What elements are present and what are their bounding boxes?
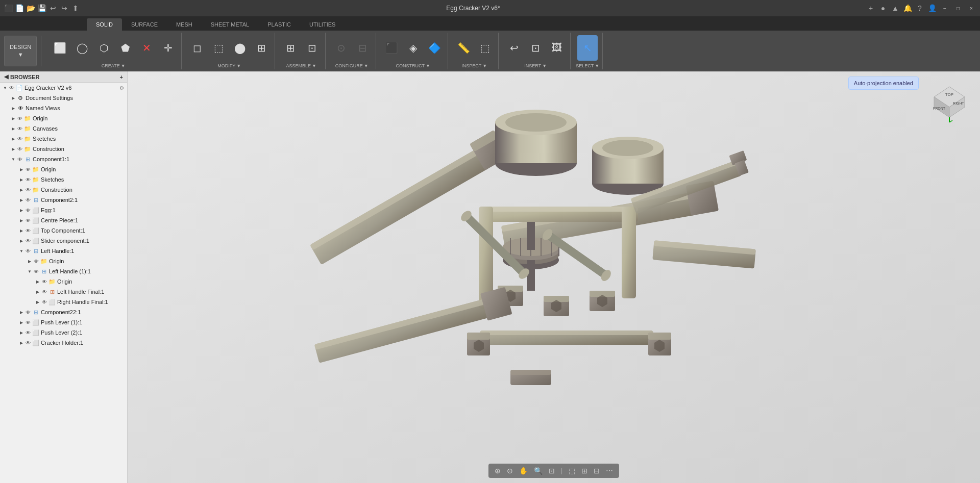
design-button[interactable]: DESIGN ▼ [4,36,37,66]
vp-zoom-tool[interactable]: 🔍 [532,466,545,476]
inspect-arrow-icon[interactable]: ▼ [482,63,487,68]
tree-item-left-handle-final[interactable]: 👁 ⊞ Left Handle Final:1 [0,287,127,297]
tree-item-push-lever-2[interactable]: 👁 ⬜ Push Lever (2):1 [0,327,127,338]
tree-arrow-left-handle[interactable] [18,248,24,254]
configure-arrow-icon[interactable]: ▼ [364,63,369,68]
tree-eye-top-component[interactable]: 👁 [24,227,32,234]
tree-item-c1-origin[interactable]: 👁 📁 Origin [0,164,127,174]
tree-eye-root[interactable]: 👁 [8,84,15,91]
modify-fillet-tool[interactable]: ◻ [187,35,207,61]
tree-item-component2[interactable]: 👁 ⊞ Component2:1 [0,195,127,205]
tree-eye-left-handle[interactable]: 👁 [24,247,32,255]
delete-tool[interactable]: ✕ [136,35,157,61]
tree-item-component22[interactable]: 👁 ⊞ Component22:1 [0,307,127,317]
tree-arrow-centre-piece[interactable] [18,217,24,223]
tab-plastic[interactable]: PLASTIC [258,18,300,31]
inspect-section-tool[interactable]: ⬚ [475,35,495,61]
create-move-tool[interactable]: ✛ [158,35,178,61]
modify-shell-tool[interactable]: ⬚ [208,35,229,61]
add-tab-icon[interactable]: + [867,4,875,12]
tree-arrow-named-views[interactable] [10,105,16,111]
tree-arrow-component1[interactable] [10,156,16,162]
browser-add-icon[interactable]: + [120,74,123,80]
tree-eye-c1-sketches[interactable]: 👁 [24,176,32,183]
tree-arrow-push-lever-1[interactable] [18,319,24,325]
construct-axis-tool[interactable]: ◈ [403,35,423,61]
tree-arrow-lh-comp[interactable] [27,268,33,274]
redo-icon[interactable]: ↪ [60,4,68,12]
tab-utilities[interactable]: UTILITIES [300,18,345,31]
tree-item-lh-origin[interactable]: 👁 📁 Origin [0,256,127,266]
account-icon[interactable]: ● [879,4,887,12]
tree-arrow-root[interactable] [2,85,8,91]
tree-item-right-handle-final[interactable]: 👁 ⬜ Right Handle Final:1 [0,297,127,307]
insert-decal-tool[interactable]: ⊡ [525,35,546,61]
vp-pan-tool[interactable]: ✋ [517,466,530,476]
tree-arrow-origin[interactable] [10,115,16,121]
tree-arrow-c1-origin[interactable] [18,166,24,172]
tree-arrow-component22[interactable] [18,309,24,315]
insert-canvas-tool[interactable]: 🖼 [547,35,567,61]
construct-arrow-icon[interactable]: ▼ [426,63,430,68]
viewport[interactable]: TOP FRONT RIGHT Auto-projection enabled … [128,71,980,483]
user-icon[interactable]: 👤 [928,4,936,12]
inspect-measure-tool[interactable]: 📏 [453,35,474,61]
tree-eye-left-handle-final[interactable]: 👁 [41,288,48,295]
tree-eye-lh-origin[interactable]: 👁 [33,258,40,265]
tree-item-component1[interactable]: 👁 ⊞ Component1:1 [0,154,127,164]
construct-point-tool[interactable]: 🔷 [424,35,445,61]
tree-eye-origin[interactable]: 👁 [16,115,23,122]
tree-arrow-slider-component[interactable] [18,238,24,244]
tree-arrow-egg[interactable] [18,207,24,213]
tree-arrow-right-handle-final[interactable] [35,299,41,305]
tree-item-push-lever-1[interactable]: 👁 ⬜ Push Lever (1):1 [0,317,127,327]
tree-item-top-component[interactable]: 👁 ⬜ Top Component:1 [0,225,127,236]
vp-more-tool[interactable]: ⊟ [592,466,602,476]
tree-arrow-c1-construction[interactable] [18,187,24,193]
new-file-icon[interactable]: 📄 [15,4,23,12]
tree-item-construction[interactable]: 👁 📁 Construction [0,144,127,154]
tree-item-root[interactable]: 👁 📄 Egg Cracker V2 v6 ⚙ [0,83,127,93]
tree-eye-sketches[interactable]: 👁 [16,135,23,142]
tree-arrow-lh-comp-origin[interactable] [35,278,41,285]
tree-arrow-push-lever-2[interactable] [18,329,24,336]
tree-eye-construction[interactable]: 👁 [16,145,23,152]
tree-eye-cracker-holder[interactable]: 👁 [24,339,32,346]
browser-collapse-icon[interactable]: ◀ [4,73,8,80]
create-cylinder-tool[interactable]: ⬡ [93,35,114,61]
tree-eye-component22[interactable]: 👁 [24,309,32,316]
modify-scale-tool[interactable]: ⬤ [230,35,250,61]
undo-icon[interactable]: ↩ [49,4,57,12]
tree-item-sketches[interactable]: 👁 📁 Sketches [0,134,127,144]
minimize-button[interactable]: − [940,4,949,13]
tree-eye-slider-component[interactable]: 👁 [24,237,32,244]
tree-item-origin[interactable]: 👁 📁 Origin [0,113,127,123]
assemble-new-component-tool[interactable]: ⊞ [280,35,301,61]
tree-eye-push-lever-2[interactable]: 👁 [24,329,32,336]
vp-options-tool[interactable]: ⋯ [604,466,615,476]
tree-item-left-handle[interactable]: 👁 ⊞ Left Handle:1 [0,246,127,256]
tree-item-cracker-holder[interactable]: 👁 ⬜ Cracker Holder:1 [0,338,127,348]
close-button[interactable]: × [967,4,976,13]
tree-eye-c1-construction[interactable]: 👁 [24,186,32,193]
tree-eye-push-lever-1[interactable]: 👁 [24,319,32,326]
tree-item-centre-piece[interactable]: 👁 ⬜ Centre Piece:1 [0,215,127,225]
select-tool[interactable]: ↖ [577,35,598,61]
create-box-tool[interactable]: ⬜ [48,35,71,61]
tree-eye-component1[interactable]: 👁 [16,156,23,163]
assemble-arrow-icon[interactable]: ▼ [312,63,316,68]
tree-arrow-left-handle-final[interactable] [35,289,41,295]
tab-solid[interactable]: SOLID [87,18,122,31]
tree-item-egg[interactable]: 👁 ⬜ Egg:1 [0,205,127,215]
help-icon[interactable]: ? [916,4,924,12]
tree-item-lh-comp[interactable]: 👁 ⊞ Left Handle (1):1 [0,266,127,276]
tree-arrow-construction[interactable] [10,146,16,152]
tree-item-canvases[interactable]: 👁 📁 Canvases [0,123,127,134]
tree-eye-centre-piece[interactable]: 👁 [24,217,32,224]
configure-tool-1[interactable]: ⊙ [331,35,351,61]
tree-arrow-c1-sketches[interactable] [18,176,24,183]
tree-eye-egg[interactable]: 👁 [24,207,32,214]
tree-item-slider-component[interactable]: 👁 ⬜ Slider component:1 [0,236,127,246]
maximize-button[interactable]: □ [953,4,963,13]
app-menu-icon[interactable]: ⬛ [4,4,12,12]
